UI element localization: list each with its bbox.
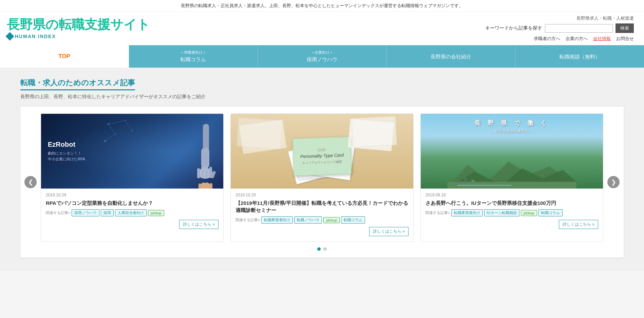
card-title-1: RPAでパソコン定型業務を自動化しませんか？ (46, 199, 219, 207)
carousel-dots (41, 247, 603, 251)
card-tag-label-1: 関連する記事» (46, 210, 70, 215)
cards-row: EzRobot 劇的にカンタン！！中小企業に向けたRPA (41, 113, 603, 242)
svg-point-13 (108, 123, 110, 125)
card-2: CCK Personality Type Card キャリアカウンセリング機構 … (230, 113, 413, 242)
card-image-2: CCK Personality Type Card キャリアカウンセリング機構 (231, 114, 413, 189)
svg-line-19 (105, 134, 115, 141)
card-tag-2-0[interactable]: 転職希望者向け (261, 216, 293, 224)
card-tag-2-3[interactable]: 転職コラム (341, 216, 365, 224)
card-tags-1: 関連する記事» 採用ノウハウ 採用 人事担当者向け pickup (46, 209, 219, 216)
svg-rect-10 (202, 182, 205, 189)
svg-rect-5 (205, 166, 208, 178)
header-right: 長野県求人・転職・人材派遣 キーワードから記事を探す 検索 求職者の方へ 企業の… (485, 15, 634, 42)
header: 長野県の転職支援サイト HUMAN INDEX 長野県求人・転職・人材派遣 キー… (0, 12, 644, 45)
nav-item-company-intro[interactable]: 長野県の会社紹介 (386, 45, 515, 68)
robot-arm-icon (184, 124, 223, 189)
nav-item-tenshoku-column[interactable]: ＜求職者向け＞ 転職コラム (129, 45, 258, 68)
search-row: キーワードから記事を探す 検索 (485, 23, 634, 33)
header-nav-links: 求職者の方へ 企業の方へ 会社情報 お問合せ (485, 36, 634, 42)
card-tag-1-3[interactable]: pickup (148, 210, 164, 216)
card-tag-label-2: 関連する記事» (235, 217, 260, 223)
card-detail-button-2[interactable]: 詳しくはこちら » (369, 227, 409, 236)
nav-link-contact[interactable]: お問合せ (616, 36, 634, 42)
svg-rect-27 (471, 180, 474, 182)
card-tag-3-2[interactable]: pickup (521, 210, 537, 216)
logo-name: HUMAN INDEX (15, 34, 56, 39)
nav-item-top[interactable]: TOP (0, 45, 129, 68)
svg-line-20 (126, 121, 132, 131)
card-title-3: さあ長野へ行こう。IUターンで長野県移住支援金100万円 (425, 199, 598, 207)
card-tags-2: 関連する記事» 転職希望者向け 転職ノウハウ pickup 転職コラム (235, 216, 408, 224)
card-tag-label-3: 関連する記事» (425, 210, 450, 215)
card-title-2: 【2019年11月/長野県/平日開催】転職を考えている方必見！カードでわかる適職… (235, 199, 408, 214)
svg-line-21 (109, 121, 126, 124)
nav-link-company-info[interactable]: 会社情報 (593, 36, 611, 42)
search-label: キーワードから記事を探す (485, 25, 542, 31)
section-heading: 転職・求人のためのオススメ記事 (20, 78, 624, 90)
carousel-next-button[interactable]: ❯ (607, 176, 620, 188)
card-body-3: 2019.08.19 さあ長野へ行こう。IUターンで長野県移住支援金100万円 … (421, 189, 603, 234)
nagano-overlay: 長 野 県 で 働 く 移住支援金対象求人 (474, 119, 549, 134)
logo-title-part2: サイト (110, 17, 150, 32)
nav-item-tenshoku-sub: ＜求職者向け＞ (180, 50, 206, 55)
svg-rect-3 (197, 168, 200, 178)
card-tag-3-3[interactable]: 転職コラム (538, 209, 563, 216)
card-tag-2-1[interactable]: 転職ノウハウ (294, 216, 322, 224)
main-nav: TOP ＜求職者向け＞ 転職コラム ＜企業向け＞ 採用ノウハウ 長野県の会社紹介… (0, 45, 644, 68)
search-input[interactable] (545, 24, 613, 33)
nav-item-consultation[interactable]: 転職相談（無料） (515, 45, 644, 68)
nav-link-job-seekers[interactable]: 求職者の方へ (534, 36, 560, 42)
card-detail-button-1[interactable]: 詳しくはこちら » (179, 220, 219, 229)
svg-point-14 (125, 120, 126, 121)
svg-point-15 (115, 134, 116, 135)
river-decoration (457, 185, 512, 186)
card-image-3: 長 野 県 で 働 く 移住支援金対象求人 (421, 114, 603, 189)
svg-rect-1 (201, 148, 209, 168)
card-body-1: 2019.10.29 RPAでパソコン定型業務を自動化しませんか？ 関連する記事… (41, 189, 223, 234)
personality-card-text: Personality Type Card (300, 153, 344, 159)
svg-rect-4 (201, 166, 204, 178)
logo-sub: HUMAN INDEX (7, 33, 150, 39)
section-description: 長野県の上田、長野、松本に特化したキャリアアドバイザーがオススメの記事をご紹介 (20, 94, 624, 100)
card-tag-1-0[interactable]: 採用ノウハウ (72, 209, 99, 216)
svg-point-16 (104, 140, 106, 142)
card-tag-3-0[interactable]: 転職希望者向け (451, 209, 483, 216)
card-date-2: 2019.10.25 (235, 193, 408, 197)
svg-rect-0 (203, 124, 209, 151)
card-tag-2-2[interactable]: pickup (323, 217, 340, 223)
logo-title-part1: 長野県の転職支援 (7, 17, 110, 32)
logo-title: 長野県の転職支援サイト (7, 18, 150, 32)
ezrobot-title: EzRobot (48, 141, 85, 148)
svg-point-17 (132, 130, 133, 131)
card-detail-button-3[interactable]: 詳しくはこちら » (559, 220, 598, 229)
content-area: 転職・求人のためのオススメ記事 長野県の上田、長野、松本に特化したキャリアアドバ… (0, 68, 644, 271)
nav-item-saiyou-label: 採用ノウハウ (307, 56, 337, 63)
diamond-icon (5, 32, 14, 40)
svg-rect-25 (457, 179, 460, 182)
logo-area: 長野県の転職支援サイト HUMAN INDEX (7, 18, 150, 39)
personality-card-footer: キャリアカウンセリング機構 (302, 160, 342, 165)
carousel-dot-1[interactable] (317, 247, 321, 251)
card-3: 長 野 県 で 働 く 移住支援金対象求人 (420, 113, 603, 242)
card-tag-1-2[interactable]: 人事担当者向け (115, 209, 147, 216)
card-tags-3: 関連する記事» 転職希望者向け IUターン転職相談 pickup 転職コラム (425, 209, 598, 216)
card-body-2: 2019.10.25 【2019年11月/長野県/平日開催】転職を考えている方必… (231, 189, 413, 242)
card-1: EzRobot 劇的にカンタン！！中小企業に向けたRPA (41, 113, 224, 242)
card-image-1: EzRobot 劇的にカンタン！！中小企業に向けたRPA (41, 114, 223, 189)
carousel-dot-2[interactable] (323, 247, 327, 251)
svg-rect-9 (198, 183, 201, 189)
svg-rect-26 (464, 178, 466, 182)
ezrobot-subtitle: 劇的にカンタン！！中小企業に向けたRPA (48, 151, 85, 162)
card-tag-1-1[interactable]: 採用 (101, 209, 114, 216)
search-button[interactable]: 検索 (615, 23, 634, 33)
nagano-big-text: 長 野 県 で 働 く (474, 119, 549, 127)
nav-item-saiyou-sub: ＜企業向け＞ (311, 50, 333, 55)
carousel-prev-button[interactable]: ❮ (24, 176, 37, 188)
card-date-3: 2019.08.19 (425, 193, 598, 197)
nagano-sub-text: 移住支援金対象求人 (474, 128, 549, 134)
svg-line-18 (109, 124, 115, 134)
nav-item-saiyou-nowhow[interactable]: ＜企業向け＞ 採用ノウハウ (258, 45, 387, 68)
card-tag-3-1[interactable]: IUターン転職相談 (484, 209, 519, 216)
card-date-1: 2019.10.29 (46, 193, 219, 197)
nav-link-companies[interactable]: 企業の方へ (566, 36, 588, 42)
